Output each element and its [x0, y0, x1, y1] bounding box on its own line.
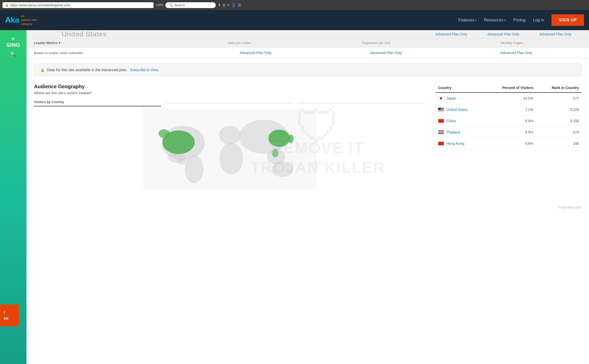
download-icon[interactable]: ⬇: [218, 3, 221, 7]
percent-cell-1: 7.1%: [485, 104, 536, 115]
country-cell-2: China: [435, 115, 485, 127]
country-link-japan[interactable]: Japan: [447, 96, 456, 100]
content-area: 🛡 REMOVE IT with TROJAN KILLER 🔒 Data fo…: [26, 58, 589, 209]
pageviews-per-visit-col: Pageviews per Visit: [308, 41, 445, 45]
nav-features[interactable]: Features ▾: [458, 18, 476, 22]
nav-resources[interactable]: Resources ▾: [484, 18, 505, 22]
notice-lock-icon: 🔒: [40, 68, 45, 72]
nav-login[interactable]: Log in: [533, 18, 544, 22]
col-percent-header: Percent of Visitors: [485, 84, 536, 93]
geo-subtitle: Where are this site's visitors located?: [34, 91, 425, 95]
map-svg: [34, 109, 425, 189]
logo-amazon-text: An amazon.com company: [21, 14, 37, 26]
geo-left: Audience Geography Where are this site's…: [34, 84, 425, 189]
geo-title: Audience Geography: [34, 84, 425, 89]
sync-icon[interactable]: 👤: [232, 3, 236, 7]
rank-cell-2: 3,150: [536, 115, 581, 127]
table-row: Japan 42.5% 277: [435, 93, 581, 104]
page-wrapper: RSING 🔍 Tool d Matrix er ool ence r ee U…: [0, 30, 589, 364]
svg-point-3: [177, 158, 186, 165]
percent-cell-4: 5.6%: [485, 138, 536, 149]
left-sidebar: RSING 🔍 Tool d Matrix er ool ence r ee: [0, 30, 26, 364]
flag-jp-icon: [438, 96, 444, 100]
flag-th-icon: [438, 130, 444, 134]
country-link-china[interactable]: China: [447, 119, 456, 123]
country-cell-1: United States: [435, 104, 485, 115]
library-icon[interactable]: |||: [223, 3, 226, 7]
orange-badge[interactable]: r ee: [0, 304, 19, 326]
top-plan-center[interactable]: Advanced Plan Only: [487, 32, 519, 36]
flag-us-icon: [438, 108, 444, 112]
navbar-nav: Features ▾ Resources ▾ Pricing Log in SI…: [458, 14, 584, 26]
flag-cn-icon: [438, 119, 444, 123]
logo-letters: ka: [11, 15, 19, 24]
zoom-level: 130%: [156, 3, 163, 7]
country-cell-3: Thailand: [435, 127, 485, 138]
rank-cell-1: 5,229: [536, 104, 581, 115]
data-notice: 🔒 Data for this site available in the Ad…: [34, 63, 581, 76]
url-text: https://www.alexa.com/siteinfo/javhd.com: [10, 3, 70, 7]
svg-point-5: [219, 126, 240, 145]
browser-chrome: 🔒 https://www.alexa.com/siteinfo/javhd.c…: [0, 0, 589, 10]
svg-point-14: [272, 149, 278, 157]
loyalty-metrics-label[interactable]: Loyalty Metrics ▾: [34, 41, 60, 45]
advanced-plan-col-3: Advanced Plan Only: [451, 51, 581, 55]
advanced-plan-link-3[interactable]: Advanced Plan Only: [500, 51, 532, 55]
url-bar[interactable]: 🔒 https://www.alexa.com/siteinfo/javhd.c…: [3, 2, 154, 8]
table-row: United States 7.1% 5,229: [435, 104, 581, 115]
rank-cell-3: 270: [536, 127, 581, 138]
navbar: Aka An amazon.com company Features ▾ Res…: [0, 10, 589, 30]
geo-right: Country Percent of Visitors Rank in Coun…: [435, 84, 581, 189]
browser-actions: ⬇ ||| ≡ 👤 ☰: [218, 3, 241, 7]
browser-search[interactable]: 🔍 Search: [165, 2, 216, 8]
svg-point-13: [158, 129, 169, 138]
country-link-united-states[interactable]: United States: [447, 108, 468, 112]
trojan-watermark: trojan-killer.com: [559, 205, 581, 209]
features-chevron-icon: ▾: [475, 19, 476, 22]
table-row: Hong Kong 5.6% 246: [435, 138, 581, 149]
table-row: Thailand 5.9% 270: [435, 127, 581, 138]
subscribe-link[interactable]: Subscribe to View: [130, 68, 158, 72]
percent-cell-2: 6.4%: [485, 115, 536, 127]
col-country-header: Country: [435, 84, 485, 93]
country-cell-0: Japan: [435, 93, 485, 104]
country-link-hong-kong[interactable]: Hong Kong: [447, 142, 464, 146]
advanced-plan-link-2[interactable]: Advanced Plan Only: [370, 51, 402, 55]
lock-icon: 🔒: [5, 3, 9, 7]
sidebar-logo: RSING: [7, 35, 20, 49]
signup-button[interactable]: SIGN UP: [551, 14, 584, 26]
visitors-by-country-header: Visitors by Country: [34, 100, 161, 106]
us-text-top: United States: [62, 30, 107, 38]
percent-cell-0: 42.5%: [485, 93, 536, 104]
country-link-thailand[interactable]: Thailand: [447, 130, 460, 134]
top-plan-right[interactable]: Advanced Plan Only: [539, 32, 571, 36]
svg-point-11: [268, 129, 290, 147]
reader-icon[interactable]: ≡: [228, 3, 230, 7]
advanced-plan-col-2: Advanced Plan Only: [321, 51, 451, 55]
svg-point-9: [272, 161, 293, 177]
search-label: Search: [174, 3, 185, 7]
table-body: Japan 42.5% 277 United States 7.1% 5,229…: [435, 93, 581, 149]
sidebar-search-icon: 🔍: [10, 51, 16, 57]
metrics-row: Loyalty Metrics ▾ Visits per Visitor Pag…: [26, 38, 589, 48]
top-plan-left[interactable]: Advanced Plan Only: [435, 32, 467, 36]
table-header: Country Percent of Visitors Rank in Coun…: [435, 84, 581, 93]
svg-point-12: [288, 134, 293, 143]
country-cell-4: Hong Kong: [435, 138, 485, 149]
col-rank-header: Rank in Country: [536, 84, 581, 93]
logo: Aka An amazon.com company: [5, 14, 37, 26]
nav-pricing[interactable]: Pricing: [513, 18, 526, 22]
country-table: Country Percent of Visitors Rank in Coun…: [435, 84, 581, 149]
visits-per-visitor-col: Visits per Visitor: [171, 41, 308, 45]
rank-cell-4: 246: [536, 138, 581, 149]
table-row: China 6.4% 3,150: [435, 115, 581, 127]
rank-cell-0: 277: [536, 93, 581, 104]
advanced-plan-link-1[interactable]: Advanced Plan Only: [240, 51, 272, 55]
based-on-label: Based on unique visitor estimates: [34, 51, 190, 55]
percent-cell-3: 5.9%: [485, 127, 536, 138]
menu-icon[interactable]: ☰: [238, 3, 241, 7]
main-content: United States Advanced Plan Only Advance…: [26, 30, 589, 364]
svg-point-4: [185, 155, 203, 183]
geography-section: Audience Geography Where are this site's…: [34, 84, 581, 189]
resources-chevron-icon: ▾: [504, 19, 506, 22]
